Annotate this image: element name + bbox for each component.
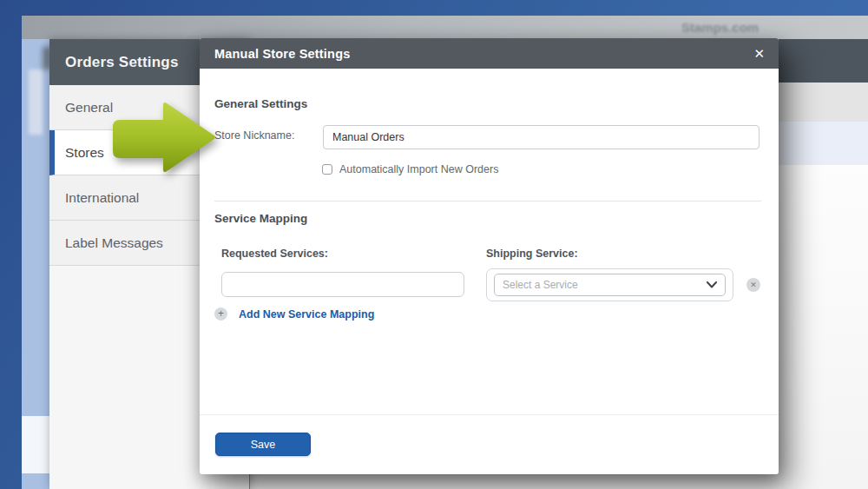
sidebar-item-label: Label Messages xyxy=(65,235,163,251)
auto-import-label: Automatically Import New Orders xyxy=(339,163,498,175)
save-button[interactable]: Save xyxy=(215,433,311,456)
left-nav-white-segment xyxy=(22,416,49,473)
app-left-nav xyxy=(22,39,49,489)
remove-mapping-button[interactable]: ✕ xyxy=(746,278,760,292)
plus-icon: + xyxy=(214,307,227,320)
store-nickname-input[interactable] xyxy=(323,125,760,149)
browser-topbar: Stamps.com xyxy=(22,16,868,39)
auto-import-checkbox[interactable] xyxy=(322,164,332,175)
requested-services-input[interactable] xyxy=(221,272,464,297)
requested-services-label: Requested Services: xyxy=(221,248,328,260)
callout-arrow-icon xyxy=(109,99,217,175)
close-icon[interactable]: ✕ xyxy=(753,47,765,60)
stamps-watermark: Stamps.com xyxy=(681,20,759,35)
general-settings-heading: General Settings xyxy=(214,97,307,110)
sidebar-item-label: International xyxy=(65,190,139,206)
manual-store-settings-dialog: Manual Store Settings ✕ General Settings… xyxy=(200,38,779,474)
sidebar-item-label: General xyxy=(65,100,113,116)
store-nickname-label: Store Nickname: xyxy=(214,129,294,142)
section-divider xyxy=(214,201,761,202)
left-nav-highlight xyxy=(29,69,43,135)
service-mapping-heading: Service Mapping xyxy=(214,212,307,225)
select-placeholder: Select a Service xyxy=(503,279,707,291)
shipping-service-select[interactable]: Select a Service xyxy=(494,274,726,296)
add-service-mapping-label: Add New Service Mapping xyxy=(239,308,374,320)
chevron-down-icon xyxy=(707,281,717,288)
sidebar-item-label: Stores xyxy=(65,145,104,161)
modal-title: Manual Store Settings xyxy=(214,47,350,61)
shipping-service-label: Shipping Service: xyxy=(486,248,578,260)
add-service-mapping-link[interactable]: + Add New Service Mapping xyxy=(214,307,374,320)
shipping-service-field: Select a Service xyxy=(486,268,733,301)
modal-header: Manual Store Settings ✕ xyxy=(200,38,779,69)
footer-divider xyxy=(200,414,779,415)
